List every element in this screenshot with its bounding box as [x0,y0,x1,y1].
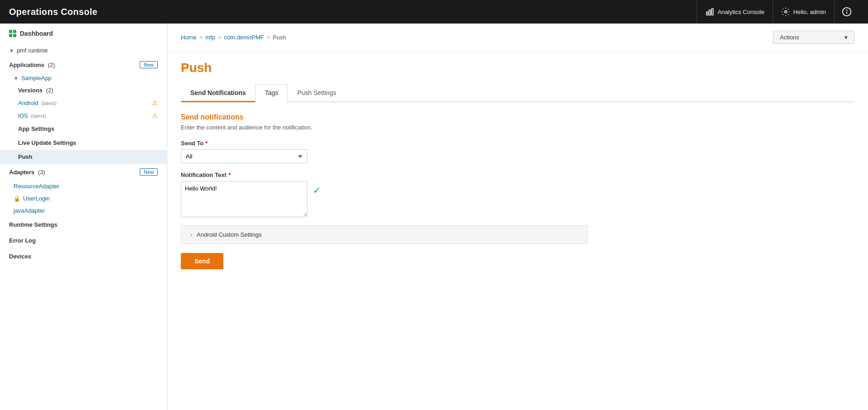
analytics-console-button[interactable]: Analytics Console [697,0,772,24]
android-custom-settings-bar[interactable]: › Android Custom Settings [181,225,588,244]
warning-icon-android: ⚠ [152,99,158,106]
sidebar-item-user-login[interactable]: 🔒 UserLogin [0,192,167,205]
sidebar-item-resource-adapter[interactable]: ResourceAdapter [0,180,167,192]
sidebar-item-push[interactable]: Push [0,150,167,164]
sidebar-item-runtime-settings[interactable]: Runtime Settings [0,217,167,233]
breadcrumb: Home > mfp > com.demoPMF > Push [181,34,286,41]
android-settings-label: Android Custom Settings [197,231,262,238]
breadcrumb-sep2: > [218,34,222,41]
notification-textarea-wrap: ✓ [181,181,588,217]
section-title: Send notifications [181,113,588,121]
breadcrumb-sep1: > [199,34,203,41]
actions-dropdown[interactable]: Actions ▾ [773,31,854,44]
page-title: Push [181,61,854,75]
section-subtitle: Enter the content and audience for the n… [181,124,588,131]
breadcrumb-home[interactable]: Home [181,34,197,41]
send-button[interactable]: Send [181,253,223,269]
warning-icon-ios: ⚠ [152,112,158,119]
chevron-right-icon: › [190,232,192,238]
info-button[interactable] [834,0,859,24]
send-to-required: * [205,140,208,147]
ios-label: iOS (latest) [18,112,46,119]
send-to-select[interactable]: All Device Tag User ID [181,149,307,163]
chevron-down-icon: ▼ [9,48,14,53]
sidebar-applications-header: Applications (2) New [0,57,167,72]
notification-text-input[interactable] [181,181,307,217]
page-content: Push Send Notifications Tags Push Settin… [167,52,868,278]
send-notifications-section: Send notifications Enter the content and… [181,113,588,269]
gear-icon [781,7,790,16]
send-to-group: Send To * All Device Tag User ID [181,140,588,163]
sidebar-item-android[interactable]: Android (latest) ⚠ [0,96,167,109]
sidebar-item-dashboard[interactable]: Dashboard [0,24,167,43]
sidebar-item-error-log[interactable]: Error Log [0,233,167,248]
svg-rect-0 [707,12,708,15]
sidebar-item-app-settings[interactable]: App Settings [0,122,167,136]
sidebar-item-devices[interactable]: Devices [0,248,167,264]
breadcrumb-mfp[interactable]: mfp [205,34,215,41]
notification-text-group: Notification Text * ✓ [181,172,588,217]
breadcrumb-current: Push [273,34,286,41]
sidebar-item-live-update[interactable]: Live Update Settings [0,136,167,150]
sidebar: Dashboard ▼ pmf runtime Applications (2)… [0,24,167,410]
breadcrumb-bar: Home > mfp > com.demoPMF > Push Actions … [167,24,868,52]
adapters-label: Adapters (3) [9,169,45,176]
send-to-label: Send To * [181,140,588,147]
svg-point-3 [784,11,787,13]
valid-check-icon: ✓ [313,185,321,196]
chevron-down-icon: ▾ [844,34,848,41]
svg-rect-1 [709,10,711,15]
tabs: Send Notifications Tags Push Settings [181,84,854,102]
user-settings-button[interactable]: Hello, admin [773,0,834,24]
breadcrumb-sep3: > [267,34,270,41]
svg-rect-2 [712,9,713,15]
chevron-down-icon-sampleapp: ▼ [14,76,19,81]
android-label: Android (latest) [18,100,57,106]
app-title: Operations Console [9,7,97,17]
sidebar-item-java-adapter[interactable]: javaAdapter [0,205,167,217]
notification-text-label: Notification Text * [181,172,588,178]
top-nav-right: Analytics Console Hello, admin [697,0,859,24]
analytics-icon [705,7,714,16]
applications-new-badge: New [140,61,158,68]
applications-label: Applications (2) [9,62,55,68]
tab-push-settings[interactable]: Push Settings [288,84,345,102]
adapters-new-badge: New [140,168,158,176]
main-layout: Dashboard ▼ pmf runtime Applications (2)… [0,24,868,410]
lock-icon: 🔒 [14,195,20,202]
sidebar-adapters-header: Adapters (3) New [0,164,167,180]
notification-text-required: * [228,172,231,178]
tab-send-notifications[interactable]: Send Notifications [181,84,255,102]
info-icon [842,7,852,17]
sidebar-item-runtime[interactable]: ▼ pmf runtime [0,43,167,57]
breadcrumb-app[interactable]: com.demoPMF [224,34,264,41]
sidebar-item-ios[interactable]: iOS (latest) ⚠ [0,109,167,122]
sidebar-item-sampleapp[interactable]: ▼ SampleApp [0,72,167,84]
sidebar-item-versions: Versions (2) [0,84,167,96]
content-area: Home > mfp > com.demoPMF > Push Actions … [167,24,868,410]
dashboard-icon [9,30,16,37]
top-navigation: Operations Console Analytics Console Hel… [0,0,868,24]
tab-tags[interactable]: Tags [255,84,288,102]
